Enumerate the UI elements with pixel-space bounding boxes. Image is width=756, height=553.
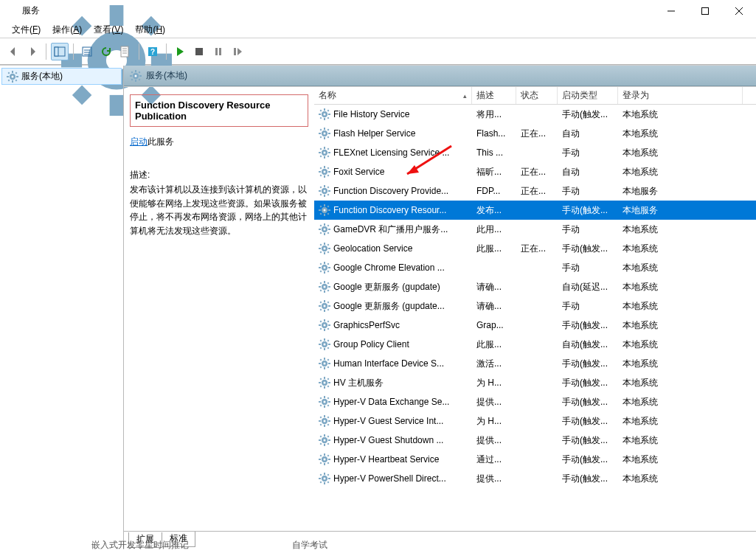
export-list-button[interactable] xyxy=(78,43,96,60)
cell-logon: 本地系统 xyxy=(618,300,756,313)
cell-startup: 自动(触发... xyxy=(558,338,618,351)
service-row[interactable]: Google 更新服务 (gupdate...请确...手动本地系统 xyxy=(314,296,756,316)
cell-desc: 提供... xyxy=(472,396,516,408)
nav-forward-button[interactable] xyxy=(24,43,41,60)
service-row[interactable]: File History Service将用...手动(触发...本地系统 xyxy=(314,105,756,124)
gear-icon xyxy=(319,434,330,446)
service-row[interactable]: Google Chrome Elevation ...手动本地系统 xyxy=(314,258,756,277)
service-row[interactable]: GraphicsPerfSvcGrap...手动(触发...本地系统 xyxy=(314,316,756,335)
service-row[interactable]: Hyper-V Guest Service Int...为 H...手动(触发.… xyxy=(314,411,756,431)
service-row[interactable]: Group Policy Client此服...自动(触发...本地系统 xyxy=(314,335,756,354)
service-row[interactable]: Hyper-V Heartbeat Service通过...手动(触发...本地… xyxy=(314,450,756,469)
gear-icon xyxy=(319,128,330,139)
cell-startup: 手动 xyxy=(558,147,618,159)
cell-name: Function Discovery Provide... xyxy=(314,185,472,197)
cell-desc: 将用... xyxy=(472,108,516,121)
cell-desc: 提供... xyxy=(472,434,516,447)
service-row[interactable]: Foxit Service福昕...正在...自动本地系统 xyxy=(314,162,756,181)
pane-body: Function Discovery Resource Publication … xyxy=(124,86,756,531)
cell-desc: 提供... xyxy=(472,473,516,485)
maximize-button[interactable] xyxy=(688,0,722,22)
service-row[interactable]: GameDVR 和广播用户服务...此用...手动本地系统 xyxy=(314,220,756,239)
menu-view[interactable]: 查看(V) xyxy=(94,24,123,36)
service-row[interactable]: Hyper-V Guest Shutdown ...提供...手动(触发...本… xyxy=(314,431,756,450)
background-stray: 嵌入式开发零星时间推记 自学考试 xyxy=(0,532,756,553)
cell-startup: 手动(触发... xyxy=(558,473,618,485)
svg-rect-15 xyxy=(55,47,58,56)
cell-startup: 自动 xyxy=(558,128,618,140)
tree-item-services-local[interactable]: 服务(本地) xyxy=(1,68,122,85)
cell-desc: 通过... xyxy=(472,453,516,466)
service-row[interactable]: Flash Helper ServiceFlash...正在...自动本地系统 xyxy=(314,124,756,143)
cell-logon: 本地系统 xyxy=(618,338,756,351)
cell-startup: 手动 xyxy=(558,185,618,198)
cell-startup: 自动 xyxy=(558,166,618,178)
gear-icon xyxy=(319,204,330,216)
selected-service-title: Function Discovery Resource Publication xyxy=(135,100,271,122)
menu-help[interactable]: 帮助(H) xyxy=(135,24,165,36)
console-tree[interactable]: 服务(本地) xyxy=(0,66,124,547)
minimize-button[interactable] xyxy=(654,0,688,22)
svg-rect-20 xyxy=(195,48,203,55)
close-button[interactable] xyxy=(722,0,756,22)
selected-service-title-box: Function Discovery Resource Publication xyxy=(130,94,308,127)
service-list: 名称▴ 描述 状态 启动类型 登录为 File History Service将… xyxy=(314,87,756,531)
help-button[interactable]: ? xyxy=(144,43,162,60)
cell-desc: 福昕... xyxy=(472,166,516,178)
cell-status: 正在... xyxy=(516,128,558,140)
service-row[interactable]: Hyper-V Data Exchange Se...提供...手动(触发...… xyxy=(314,392,756,411)
col-header-status[interactable]: 状态 xyxy=(516,87,558,104)
cell-desc: Flash... xyxy=(472,128,516,139)
service-row[interactable]: Function Discovery Resour...发布...手动(触发..… xyxy=(314,201,756,220)
cell-desc: This ... xyxy=(472,147,516,158)
start-line: 启动此服务 xyxy=(130,136,308,148)
show-hide-tree-button[interactable] xyxy=(51,43,69,60)
pause-service-button[interactable] xyxy=(209,43,227,60)
cell-name: Geolocation Service xyxy=(314,243,472,254)
service-row[interactable]: Hyper-V PowerShell Direct...提供...手动(触发..… xyxy=(314,469,756,488)
tree-item-label: 服务(本地) xyxy=(21,70,63,83)
service-row[interactable]: FLEXnet Licensing Service ...This ...手动本… xyxy=(314,143,756,162)
gear-icon xyxy=(319,147,330,159)
cell-name: HV 主机服务 xyxy=(314,377,472,389)
toolbar-separator xyxy=(139,44,139,60)
gear-icon xyxy=(319,415,330,427)
cell-startup: 手动(触发... xyxy=(558,434,618,447)
gear-icon xyxy=(319,223,330,235)
gear-icon xyxy=(319,281,330,293)
cell-desc: 此服... xyxy=(472,338,516,351)
cell-name: FLEXnet Licensing Service ... xyxy=(314,147,472,159)
app-icon xyxy=(6,5,18,17)
nav-back-button[interactable] xyxy=(4,43,22,60)
menu-action[interactable]: 操作(A) xyxy=(52,24,82,36)
start-service-link[interactable]: 启动 xyxy=(130,136,148,147)
cell-logon: 本地服务 xyxy=(618,185,756,198)
cell-logon: 本地系统 xyxy=(618,453,756,466)
restart-service-button[interactable] xyxy=(229,43,246,60)
cell-name: Hyper-V Guest Service Int... xyxy=(314,415,472,427)
cell-name: Hyper-V Guest Shutdown ... xyxy=(314,434,472,446)
service-row[interactable]: Human Interface Device S...激活...手动(触发...… xyxy=(314,354,756,373)
svg-rect-23 xyxy=(234,48,236,55)
refresh-button[interactable] xyxy=(97,43,115,60)
start-service-button[interactable] xyxy=(171,43,189,60)
menu-file[interactable]: 文件(F) xyxy=(12,24,41,36)
service-rows[interactable]: File History Service将用...手动(触发...本地系统Fla… xyxy=(314,105,756,531)
stop-service-button[interactable] xyxy=(190,43,208,60)
col-header-desc[interactable]: 描述 xyxy=(472,87,516,104)
cell-name: Google 更新服务 (gupdate... xyxy=(314,300,472,313)
properties-button[interactable] xyxy=(117,43,134,60)
gear-icon xyxy=(319,319,330,331)
service-row[interactable]: Function Discovery Provide...FDP...正在...… xyxy=(314,181,756,201)
cell-logon: 本地系统 xyxy=(618,223,756,236)
col-header-startup[interactable]: 启动类型 xyxy=(558,87,618,104)
cell-startup: 手动(触发... xyxy=(558,453,618,466)
service-row[interactable]: Geolocation Service此服...正在...手动(触发...本地系… xyxy=(314,239,756,258)
service-row[interactable]: HV 主机服务为 H...手动(触发...本地系统 xyxy=(314,373,756,392)
col-header-logon[interactable]: 登录为 xyxy=(618,87,743,104)
service-row[interactable]: Google 更新服务 (gupdate)请确...自动(延迟...本地系统 xyxy=(314,277,756,296)
cell-name: GameDVR 和广播用户服务... xyxy=(314,223,472,236)
description-label: 描述: xyxy=(130,169,308,181)
col-header-name[interactable]: 名称▴ xyxy=(314,87,472,104)
cell-desc: 请确... xyxy=(472,281,516,293)
